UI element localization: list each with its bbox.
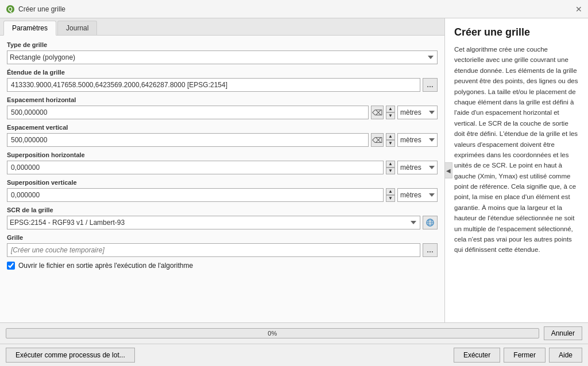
espacement-v-clear-button[interactable]: ⌫ <box>371 133 384 147</box>
progress-bar-container: 0% <box>6 328 539 338</box>
action-bar: Exécuter comme processus de lot... Exécu… <box>0 344 588 366</box>
scr-globe-button[interactable] <box>423 216 438 229</box>
progress-label: 0% <box>268 330 277 337</box>
collapse-arrow-button[interactable]: ◀ <box>445 162 452 178</box>
dialog-title: Créer une grille <box>18 5 65 13</box>
espacement-v-row: ⌫ ▲ ▼ mètres <box>7 133 438 147</box>
scr-label: SCR de la grille <box>7 207 438 213</box>
form-area: Type de grille Rectangle (polygone) Éten… <box>0 36 444 322</box>
espacement-h-spin-down[interactable]: ▼ <box>386 112 395 119</box>
espacement-h-row: ⌫ ▲ ▼ mètres <box>7 106 438 119</box>
main-container: Paramètres Journal Type de grille Rectan… <box>0 18 588 366</box>
superposition-v-unit-select[interactable]: mètres <box>397 188 438 202</box>
scr-select[interactable]: EPSG:2154 - RGF93 v1 / Lambert-93 <box>7 216 420 229</box>
grille-ellipsis-button[interactable]: … <box>423 243 438 257</box>
type-de-grille-label: Type de grille <box>7 41 438 48</box>
open-file-checkbox[interactable] <box>7 262 15 270</box>
batch-execute-button[interactable]: Exécuter comme processus de lot... <box>6 348 135 363</box>
superposition-h-unit-select[interactable]: mètres <box>397 161 438 174</box>
superposition-h-spin: ▲ ▼ <box>386 161 395 174</box>
execute-button[interactable]: Exécuter <box>454 348 500 363</box>
right-panel: ◀ Créer une grille Cet algorithme crée u… <box>445 18 588 322</box>
cancel-button[interactable]: Annuler <box>544 326 582 340</box>
etendue-row: … <box>7 78 438 92</box>
superposition-v-spin: ▲ ▼ <box>386 188 395 202</box>
progress-bar-area: 0% Annuler <box>0 323 588 344</box>
espacement-h-spin: ▲ ▼ <box>386 106 395 119</box>
tabs-bar: Paramètres Journal <box>0 18 444 36</box>
espacement-v-unit-select[interactable]: mètres <box>397 133 438 147</box>
espacement-v-label: Espacement vertical <box>7 124 438 131</box>
close-button-action[interactable]: Fermer <box>504 348 546 363</box>
help-button[interactable]: Aide <box>549 348 582 363</box>
espacement-h-unit-select[interactable]: mètres <box>397 106 438 119</box>
close-button[interactable]: ✕ <box>575 5 582 13</box>
tab-parametres[interactable]: Paramètres <box>3 21 56 36</box>
espacement-h-input[interactable] <box>7 106 369 119</box>
superposition-h-input[interactable] <box>7 161 384 174</box>
qgis-icon: Q <box>6 5 15 14</box>
title-bar-left: Q Créer une grille <box>6 5 65 14</box>
checkbox-label[interactable]: Ouvrir le fichier en sortie après l'exéc… <box>18 262 193 270</box>
checkbox-row: Ouvrir le fichier en sortie après l'exéc… <box>7 262 438 270</box>
superposition-h-spin-down[interactable]: ▼ <box>386 168 395 174</box>
etendue-label: Étendue de la grille <box>7 69 438 76</box>
globe-icon <box>425 218 435 227</box>
espacement-v-spin: ▲ ▼ <box>386 133 395 147</box>
type-de-grille-row: Rectangle (polygone) <box>7 50 438 64</box>
etendue-ellipsis-button[interactable]: … <box>423 78 438 92</box>
title-bar: Q Créer une grille ✕ <box>0 0 588 18</box>
superposition-v-row: ▲ ▼ mètres <box>7 188 438 202</box>
action-right: Exécuter Fermer Aide <box>454 348 582 363</box>
help-text: Cet algorithme crée une couche vectoriel… <box>454 44 579 255</box>
superposition-v-input[interactable] <box>7 188 384 202</box>
grille-input[interactable] <box>7 243 420 257</box>
help-title: Créer une grille <box>454 26 579 38</box>
svg-text:Q: Q <box>8 6 13 13</box>
content-area: Paramètres Journal Type de grille Rectan… <box>0 18 588 322</box>
espacement-v-input[interactable] <box>7 133 369 147</box>
superposition-v-label: Superposition verticale <box>7 179 438 186</box>
espacement-h-clear-button[interactable]: ⌫ <box>371 106 384 119</box>
espacement-v-spin-up[interactable]: ▲ <box>386 133 395 140</box>
superposition-v-spin-up[interactable]: ▲ <box>386 188 395 195</box>
tab-journal[interactable]: Journal <box>57 21 97 35</box>
espacement-v-spin-down[interactable]: ▼ <box>386 140 395 147</box>
scr-row: EPSG:2154 - RGF93 v1 / Lambert-93 <box>7 216 438 229</box>
grille-row: … <box>7 243 438 257</box>
superposition-h-spin-up[interactable]: ▲ <box>386 161 395 168</box>
superposition-v-spin-down[interactable]: ▼ <box>386 195 395 202</box>
espacement-h-spin-up[interactable]: ▲ <box>386 106 395 112</box>
grille-label: Grille <box>7 234 438 241</box>
left-panel: Paramètres Journal Type de grille Rectan… <box>0 18 445 322</box>
superposition-h-row: ▲ ▼ mètres <box>7 161 438 174</box>
espacement-h-label: Espacement horizontal <box>7 96 438 103</box>
type-de-grille-select[interactable]: Rectangle (polygone) <box>7 50 438 64</box>
etendue-input[interactable] <box>7 78 420 92</box>
superposition-h-label: Superposition horizontale <box>7 151 438 158</box>
bottom-bar: 0% Annuler Exécuter comme processus de l… <box>0 322 588 366</box>
